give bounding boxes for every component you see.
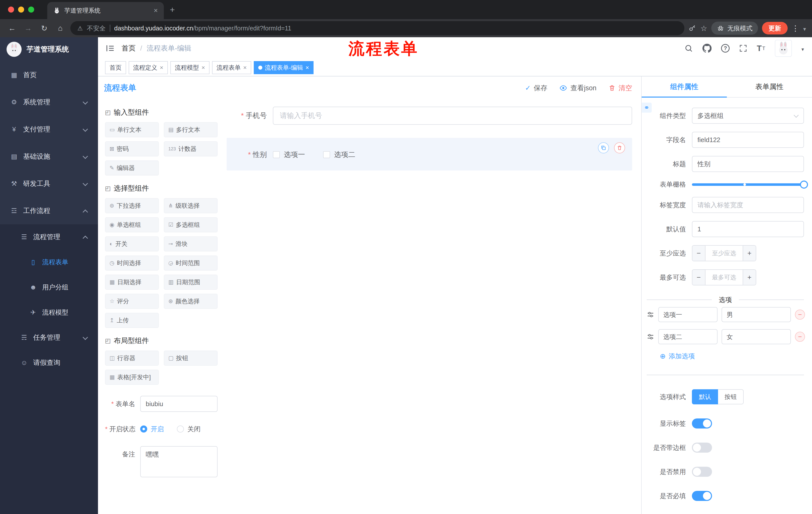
component-chip-single-line-text[interactable]: ▭单行文本	[105, 122, 159, 137]
maximize-window-button[interactable]	[28, 6, 34, 12]
home-button[interactable]	[54, 22, 66, 34]
font-size-icon[interactable]	[757, 44, 765, 53]
remove-option-button[interactable]	[795, 309, 805, 320]
border-switch[interactable]	[692, 442, 712, 453]
forward-button[interactable]	[22, 22, 34, 34]
form-canvas[interactable]: 手机号 性别	[223, 100, 641, 514]
component-chip-time-range[interactable]: ◶时间范围	[164, 255, 218, 271]
max-select-input[interactable]	[705, 270, 743, 285]
breadcrumb-root[interactable]: 首页	[122, 44, 136, 53]
grid-slider[interactable]	[692, 181, 804, 189]
bookmark-star-icon[interactable]	[700, 24, 707, 33]
component-chip-date-picker[interactable]: ▦日期选择	[105, 275, 159, 290]
key-icon[interactable]	[688, 24, 696, 32]
sidebar-item-process-management[interactable]: ☰ 流程管理	[0, 224, 98, 249]
style-button-button[interactable]: 按钮	[718, 389, 744, 404]
option-value-input[interactable]	[722, 329, 791, 344]
component-chip-editor[interactable]: ✎编辑器	[105, 160, 159, 175]
app-logo[interactable]: 芋道管理系统	[0, 37, 98, 61]
tag-home[interactable]: 首页	[105, 61, 126, 74]
field-name-input[interactable]	[692, 132, 804, 148]
update-button[interactable]: 更新	[762, 22, 788, 34]
sidebar-item-workflow[interactable]: ☲ 工作流程	[0, 197, 98, 224]
component-chip-time-picker[interactable]: ◷时间选择	[105, 255, 159, 271]
label-width-input[interactable]	[692, 197, 804, 213]
view-json-button[interactable]: 查看json	[559, 83, 597, 92]
canvas-field-phone[interactable]: 手机号	[227, 107, 632, 125]
component-chip-radio-group[interactable]: ◉单选框组	[105, 217, 159, 232]
component-chip-slider[interactable]: ⊸滑块	[164, 236, 218, 251]
slider-handle[interactable]	[800, 181, 808, 189]
component-chip-password[interactable]: ⊠密码	[105, 141, 159, 156]
checkbox-option-2[interactable]: 选项二	[323, 150, 355, 159]
title-input[interactable]	[692, 156, 804, 172]
close-icon[interactable]	[160, 64, 163, 71]
minimize-window-button[interactable]	[18, 6, 24, 12]
link-icon[interactable]	[642, 103, 652, 113]
duplicate-component-button[interactable]	[598, 142, 609, 154]
checkbox-box[interactable]	[323, 151, 330, 158]
component-chip-counter[interactable]: 123计数器	[164, 141, 218, 156]
tab-close-icon[interactable]	[154, 6, 158, 15]
fullscreen-icon[interactable]	[739, 44, 747, 52]
component-chip-date-range[interactable]: ▥日期范围	[164, 275, 218, 290]
form-remark-input[interactable]: 嘿嘿	[140, 446, 218, 477]
close-window-button[interactable]	[8, 6, 14, 12]
min-select-input[interactable]	[705, 246, 743, 261]
component-chip-color-picker[interactable]: ⊛颜色选择	[164, 294, 218, 309]
component-type-select[interactable]: 多选框组	[692, 108, 804, 124]
close-icon[interactable]	[202, 64, 205, 71]
add-option-button[interactable]: 添加选项	[660, 352, 812, 360]
caret-down-icon[interactable]	[803, 24, 806, 33]
component-chip-cascader[interactable]: ⋔级联选择	[164, 198, 218, 213]
status-off-radio[interactable]: 关闭	[177, 425, 201, 434]
close-icon[interactable]	[306, 64, 309, 71]
default-value-input[interactable]	[692, 221, 804, 237]
tag-process-definition[interactable]: 流程定义	[128, 61, 168, 74]
sidebar-item-process-form[interactable]: ▯ 流程表单	[0, 249, 98, 275]
github-icon[interactable]	[702, 44, 712, 53]
component-chip-checkbox-group[interactable]: ☑多选框组	[164, 217, 218, 232]
sidebar-item-leave-query[interactable]: ☺ 请假查询	[0, 350, 98, 375]
tag-process-form[interactable]: 流程表单	[212, 61, 251, 74]
option-value-input[interactable]	[722, 307, 791, 322]
sidebar-item-task-management[interactable]: ☴ 任务管理	[0, 325, 98, 350]
option-label-input[interactable]	[658, 329, 718, 344]
show-label-switch[interactable]	[692, 418, 712, 429]
tag-process-form-edit[interactable]: 流程表单-编辑	[254, 61, 314, 74]
sidebar-item-dev-tools[interactable]: ⚒ 研发工具	[0, 170, 98, 197]
avatar-caret-icon[interactable]	[802, 44, 804, 53]
option-label-input[interactable]	[658, 307, 718, 322]
disabled-switch[interactable]	[692, 467, 712, 477]
checkbox-option-1[interactable]: 选项一	[273, 150, 305, 159]
avatar[interactable]	[775, 40, 792, 57]
sidebar-item-process-model[interactable]: ✈ 流程模型	[0, 300, 98, 325]
component-chip-row-container[interactable]: ◫行容器	[105, 351, 159, 366]
component-chip-upload[interactable]: ↥上传	[105, 313, 159, 328]
style-default-button[interactable]: 默认	[692, 389, 718, 404]
sidebar-item-home[interactable]: ▦ 首页	[0, 61, 98, 88]
required-switch[interactable]	[692, 491, 712, 501]
search-icon[interactable]	[685, 44, 693, 53]
minus-button[interactable]	[692, 246, 705, 261]
reload-button[interactable]	[38, 22, 50, 34]
form-name-input[interactable]	[140, 396, 218, 412]
minus-button[interactable]	[692, 270, 705, 285]
help-icon[interactable]	[721, 44, 730, 53]
drag-handle-icon[interactable]	[647, 311, 654, 318]
slider-track[interactable]	[692, 183, 804, 186]
save-button[interactable]: 保存	[525, 83, 547, 92]
sidebar-item-system-management[interactable]: ⚙ 系统管理	[0, 88, 98, 116]
component-chip-multi-line-text[interactable]: ▤多行文本	[164, 122, 218, 137]
phone-input[interactable]	[273, 107, 632, 125]
component-chip-button[interactable]: ▢按钮	[164, 351, 218, 366]
status-on-radio[interactable]: 开启	[140, 425, 164, 434]
component-chip-table[interactable]: ▦表格[开发中]	[105, 370, 159, 385]
delete-component-button[interactable]	[614, 142, 625, 154]
sidebar-collapse-icon[interactable]	[106, 44, 115, 52]
new-tab-button[interactable]	[170, 5, 175, 15]
sidebar-item-infrastructure[interactable]: ▤ 基础设施	[0, 143, 98, 170]
sidebar-item-payment-management[interactable]: ¥ 支付管理	[0, 116, 98, 143]
tab-form-props[interactable]: 表单属性	[727, 77, 812, 97]
component-chip-switch[interactable]: ◐开关	[105, 236, 159, 251]
